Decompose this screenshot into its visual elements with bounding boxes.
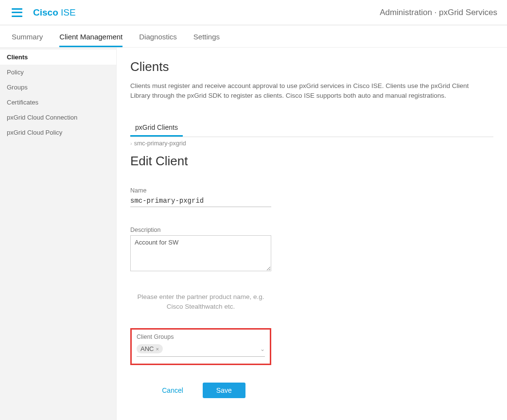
name-label: Name: [130, 187, 271, 194]
description-hint: Please enter the partner product name, e…: [130, 292, 271, 312]
chip-label: ANC: [140, 345, 154, 352]
chip-remove-icon[interactable]: ×: [156, 346, 158, 352]
client-groups-select[interactable]: ANC × ⌄: [137, 342, 265, 357]
field-description: Description Account for SW: [130, 227, 271, 273]
top-bar: Cisco ISE Administration · pxGrid Servic…: [0, 0, 507, 25]
chevron-right-icon: ›: [130, 140, 132, 146]
page-title: Clients: [130, 59, 493, 74]
sidebar-item-groups[interactable]: Groups: [0, 80, 116, 95]
chip-anc: ANC ×: [137, 344, 163, 353]
sub-tabs: pxGrid Clients: [130, 121, 493, 137]
brand-ise: ISE: [58, 7, 76, 18]
tab-summary[interactable]: Summary: [12, 33, 43, 47]
sidebar-item-clients[interactable]: Clients: [0, 50, 116, 65]
main-content: Clients Clients must register and receiv…: [117, 48, 507, 420]
sub-tab-pxgrid-clients[interactable]: pxGrid Clients: [130, 121, 183, 137]
tab-diagnostics[interactable]: Diagnostics: [139, 33, 177, 47]
page-description: Clients must register and receive accoun…: [130, 81, 480, 101]
tab-settings[interactable]: Settings: [193, 33, 220, 47]
form-actions: Cancel Save: [130, 383, 271, 398]
client-groups-highlight: Client Groups ANC × ⌄: [130, 328, 271, 365]
sidebar-item-policy[interactable]: Policy: [0, 65, 116, 80]
client-breadcrumb: › smc-primary-pxgrid: [130, 140, 493, 147]
brand: Cisco ISE: [33, 7, 76, 18]
brand-cisco: Cisco: [33, 7, 58, 18]
menu-icon[interactable]: [12, 8, 22, 17]
sidebar-item-pxgrid-cloud-policy[interactable]: pxGrid Cloud Policy: [0, 125, 116, 140]
sidebar-item-pxgrid-cloud-connection[interactable]: pxGrid Cloud Connection: [0, 110, 116, 125]
client-breadcrumb-item[interactable]: smc-primary-pxgrid: [134, 140, 186, 147]
breadcrumb: Administration · pxGrid Services: [380, 8, 497, 18]
save-button[interactable]: Save: [203, 383, 245, 398]
chevron-down-icon[interactable]: ⌄: [260, 346, 265, 352]
description-textarea[interactable]: Account for SW: [130, 235, 271, 271]
sidebar: Clients Policy Groups Certificates pxGri…: [0, 48, 117, 420]
field-name: Name: [130, 187, 271, 207]
client-groups-label: Client Groups: [137, 333, 265, 340]
main-tabs: Summary Client Management Diagnostics Se…: [0, 25, 507, 48]
tab-client-management[interactable]: Client Management: [59, 33, 122, 47]
form-title: Edit Client: [130, 154, 493, 169]
cancel-button[interactable]: Cancel: [156, 383, 189, 398]
sidebar-item-certificates[interactable]: Certificates: [0, 95, 116, 110]
description-label: Description: [130, 227, 271, 233]
name-input[interactable]: [130, 196, 271, 207]
edit-client-form: Name Description Account for SW Please e…: [130, 187, 271, 399]
